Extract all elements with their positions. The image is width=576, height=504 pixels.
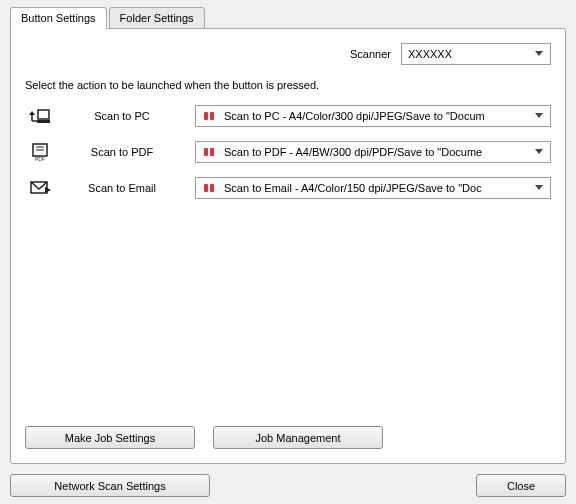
tab-label: Button Settings bbox=[21, 12, 96, 24]
svg-rect-19 bbox=[210, 184, 214, 192]
svg-rect-5 bbox=[37, 120, 50, 123]
make-job-settings-button[interactable]: Make Job Settings bbox=[25, 426, 195, 449]
button-label: Make Job Settings bbox=[65, 432, 156, 444]
tab-button-settings[interactable]: Button Settings bbox=[10, 7, 107, 29]
chevron-down-icon bbox=[532, 51, 546, 57]
description-text: Select the action to be launched when th… bbox=[25, 79, 551, 91]
button-label: Job Management bbox=[256, 432, 341, 444]
scanner-select[interactable]: XXXXXX bbox=[401, 43, 551, 65]
svg-text:PDF: PDF bbox=[35, 156, 45, 161]
tab-folder-settings[interactable]: Folder Settings bbox=[109, 7, 205, 29]
tab-bar: Button Settings Folder Settings bbox=[10, 6, 566, 28]
scan-to-pdf-value: Scan to PDF - A4/BW/300 dpi/PDF/Save to … bbox=[224, 146, 532, 158]
svg-marker-15 bbox=[535, 149, 543, 154]
chevron-down-icon bbox=[532, 113, 546, 119]
svg-rect-14 bbox=[210, 148, 214, 156]
scan-row-pc: Scan to PC Scan to PC - A4/Color/300 dpi… bbox=[25, 105, 551, 127]
scan-to-pc-select[interactable]: Scan to PC - A4/Color/300 dpi/JPEG/Save … bbox=[195, 105, 551, 127]
chevron-down-icon bbox=[532, 149, 546, 155]
svg-marker-0 bbox=[535, 51, 543, 56]
scan-row-label: Scan to PDF bbox=[55, 146, 195, 158]
svg-rect-13 bbox=[204, 148, 208, 156]
network-scan-settings-button[interactable]: Network Scan Settings bbox=[10, 474, 210, 497]
scan-to-pdf-select[interactable]: Scan to PDF - A4/BW/300 dpi/PDF/Save to … bbox=[195, 141, 551, 163]
scan-to-email-icon bbox=[25, 179, 55, 197]
svg-rect-4 bbox=[38, 110, 49, 119]
tab-label: Folder Settings bbox=[120, 12, 194, 24]
scan-row-label: Scan to Email bbox=[55, 182, 195, 194]
svg-rect-7 bbox=[210, 112, 214, 120]
svg-marker-1 bbox=[29, 111, 35, 115]
scan-row-email: Scan to Email Scan to Email - A4/Color/1… bbox=[25, 177, 551, 199]
settings-panel: Scanner XXXXXX Select the action to be l… bbox=[10, 28, 566, 464]
scan-to-pdf-icon: PDF bbox=[25, 143, 55, 161]
svg-rect-18 bbox=[204, 184, 208, 192]
scan-to-pc-value: Scan to PC - A4/Color/300 dpi/JPEG/Save … bbox=[224, 110, 532, 122]
job-management-button[interactable]: Job Management bbox=[213, 426, 383, 449]
svg-marker-20 bbox=[535, 185, 543, 190]
scan-row-pdf: PDF Scan to PDF Scan to PDF - A4/BW/300 … bbox=[25, 141, 551, 163]
close-button[interactable]: Close bbox=[476, 474, 566, 497]
svg-rect-6 bbox=[204, 112, 208, 120]
svg-marker-8 bbox=[535, 113, 543, 118]
job-settings-icon bbox=[202, 145, 218, 159]
scanner-label: Scanner bbox=[350, 48, 391, 60]
button-label: Network Scan Settings bbox=[54, 480, 165, 492]
button-label: Close bbox=[507, 480, 535, 492]
job-settings-icon bbox=[202, 109, 218, 123]
scan-to-email-select[interactable]: Scan to Email - A4/Color/150 dpi/JPEG/Sa… bbox=[195, 177, 551, 199]
chevron-down-icon bbox=[532, 185, 546, 191]
scan-to-email-value: Scan to Email - A4/Color/150 dpi/JPEG/Sa… bbox=[224, 182, 532, 194]
scanner-value: XXXXXX bbox=[408, 48, 532, 60]
scan-row-label: Scan to PC bbox=[55, 110, 195, 122]
job-settings-icon bbox=[202, 181, 218, 195]
svg-marker-17 bbox=[45, 187, 51, 193]
scan-to-pc-icon bbox=[25, 107, 55, 125]
